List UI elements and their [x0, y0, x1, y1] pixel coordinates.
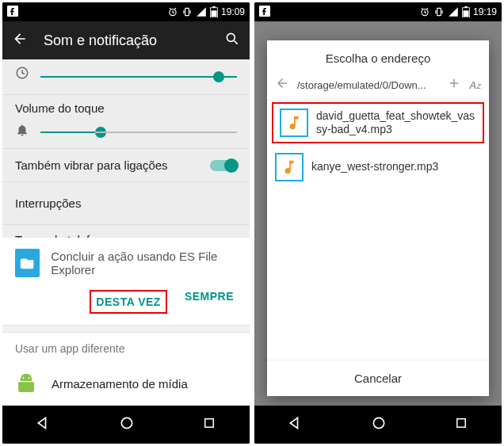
vibrate-icon	[433, 6, 445, 17]
svg-rect-11	[204, 419, 213, 428]
dimmed-background: Escolha o endereço /storage/emulated/0/D…	[254, 21, 502, 406]
nav-back-icon[interactable]	[36, 415, 52, 434]
svg-rect-19	[456, 419, 465, 428]
file-name: kanye_west-stronger.mp3	[311, 160, 438, 174]
music-file-icon	[275, 153, 304, 181]
svg-point-18	[373, 417, 384, 428]
nav-recent-icon[interactable]	[454, 416, 468, 433]
media-volume-row[interactable]	[2, 59, 250, 95]
svg-rect-16	[464, 6, 468, 8]
alarm-icon	[167, 6, 178, 17]
svg-rect-5	[211, 10, 216, 17]
resolver-title: Concluir a ação usando ES File Explorer	[51, 250, 237, 276]
svg-rect-4	[212, 6, 216, 8]
svg-rect-14	[437, 8, 441, 15]
clock-icon	[15, 66, 29, 83]
page-title: Som e notificação	[44, 32, 208, 49]
nav-bar	[254, 406, 502, 444]
nav-home-icon[interactable]	[371, 415, 387, 434]
alt-app-label: Armazenamento de mídia	[52, 377, 188, 391]
svg-point-10	[121, 417, 132, 428]
phone-right: 19:19 Escolha o endereço /storage/emulat…	[254, 2, 502, 444]
vibrate-icon	[181, 6, 193, 17]
interruptions-row[interactable]: Interrupções	[2, 182, 250, 225]
path-row: /storage/emulated/0/Down... AZ	[267, 73, 489, 101]
svg-point-8	[23, 377, 25, 379]
svg-rect-17	[463, 10, 468, 17]
alt-app-row[interactable]: Armazenamento de mídia	[2, 364, 250, 406]
search-icon[interactable]	[224, 31, 240, 50]
nav-back-icon[interactable]	[288, 415, 304, 434]
alarm-icon	[419, 6, 430, 17]
file-row[interactable]: david_guetta_feat_showtek_vassy-bad_v4.m…	[272, 102, 484, 143]
app-bar: Som e notificação	[2, 21, 250, 59]
cancel-button[interactable]: Cancelar	[267, 360, 489, 396]
once-button[interactable]: DESTA VEZ	[96, 295, 161, 308]
file-list: david_guetta_feat_showtek_vassy-bad_v4.m…	[267, 101, 489, 360]
nav-bar	[2, 406, 250, 444]
ring-volume-label: Volume do toque	[15, 101, 237, 115]
interruptions-label: Interrupções	[15, 196, 81, 210]
vibrate-row[interactable]: Também vibrar para ligações	[2, 149, 250, 182]
vibrate-toggle[interactable]	[210, 160, 237, 171]
status-bar: 19:09	[2, 2, 250, 21]
facebook-icon	[259, 6, 270, 17]
file-name: david_guetta_feat_showtek_vassy-bad_v4.m…	[316, 109, 476, 137]
battery-icon	[462, 6, 470, 17]
path-back-icon[interactable]	[275, 76, 289, 93]
status-bar: 19:19	[254, 2, 502, 21]
nav-recent-icon[interactable]	[202, 416, 216, 433]
android-icon	[15, 372, 37, 395]
sort-icon[interactable]: AZ	[469, 79, 481, 91]
svg-point-6	[227, 33, 235, 41]
back-icon[interactable]	[12, 31, 28, 50]
always-button[interactable]: SEMPRE	[185, 290, 234, 314]
es-file-explorer-icon	[15, 249, 40, 277]
svg-point-9	[29, 377, 30, 379]
music-file-icon	[280, 109, 308, 137]
bell-icon	[15, 123, 29, 137]
vibrate-label: Também vibrar para ligações	[15, 158, 210, 172]
dialog-title: Escolha o endereço	[267, 40, 489, 73]
signal-icon	[196, 6, 207, 17]
status-time: 19:09	[221, 6, 245, 17]
facebook-icon	[7, 6, 18, 17]
signal-icon	[448, 6, 459, 17]
phone-left: 19:09 Som e notificação Volume do toque …	[2, 2, 250, 444]
file-picker-dialog: Escolha o endereço /storage/emulated/0/D…	[267, 40, 489, 396]
nav-home-icon[interactable]	[119, 415, 135, 434]
alt-apps-header: Usar um app diferente	[2, 333, 250, 364]
svg-rect-2	[185, 8, 189, 15]
battery-icon	[210, 6, 218, 17]
new-folder-icon[interactable]	[447, 76, 461, 93]
file-row[interactable]: kanye_west-stronger.mp3	[267, 147, 489, 188]
highlight-desta-vez: DESTA VEZ	[90, 290, 167, 314]
path-text[interactable]: /storage/emulated/0/Down...	[297, 79, 439, 91]
status-time: 19:19	[473, 6, 497, 17]
ring-volume-row[interactable]: Volume do toque	[2, 95, 250, 149]
resolver-sheet: Concluir a ação usando ES File Explorer …	[2, 238, 250, 406]
